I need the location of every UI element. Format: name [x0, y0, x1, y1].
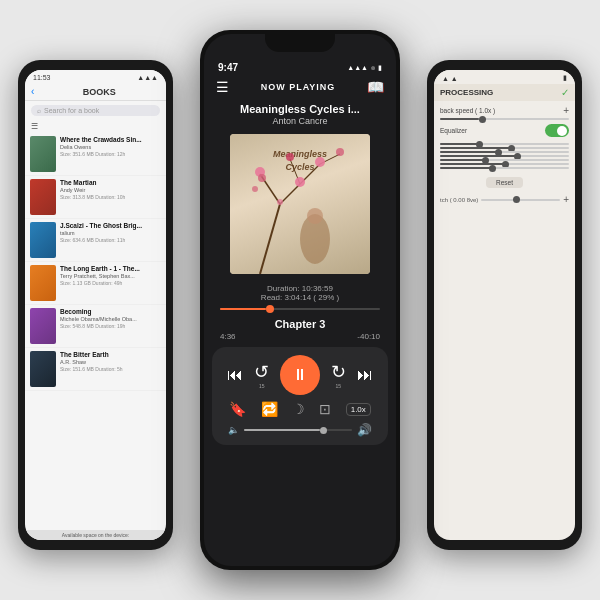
search-bar[interactable]: ⌕ Search for a book [31, 105, 160, 116]
album-art-inner: MeaninglessCycles [230, 134, 370, 274]
book-cover-art [30, 265, 56, 301]
speed-thumb [479, 116, 486, 123]
right-phone: ▲ ▲ ▮ PROCESSING ✓ back speed ( 1.0x ) +… [427, 60, 582, 550]
moon-button[interactable]: ☽ [292, 401, 305, 417]
book-meta: Size: 313.8 MB Duration: 10h [60, 194, 161, 200]
volume-thumb [320, 427, 327, 434]
book-info: J.Scalzi - The Ghost Brig... talium Size… [60, 222, 161, 243]
read-text: Read: 3:04:14 ( 29% ) [214, 293, 386, 302]
left-footer: Available space on the device: [25, 530, 166, 540]
right-status-bar: ▲ ▲ ▮ [434, 70, 575, 84]
hamburger-icon[interactable]: ☰ [31, 122, 38, 131]
eq-thumb-6 [489, 165, 496, 172]
eq-slider-row [440, 151, 569, 153]
book-title: Becoming [60, 308, 161, 316]
left-phone: 11:53 ▲▲▲ ‹ BOOKS ⌕ Search for a book ☰ … [18, 60, 173, 550]
list-item[interactable]: The Bitter Earth A.R. Shaw Size: 151.6 M… [25, 348, 166, 391]
back-icon[interactable]: ‹ [31, 86, 34, 97]
pitch-track[interactable] [481, 199, 560, 201]
playback-speed-label: back speed ( 1.0x ) [440, 107, 495, 114]
books-title: BOOKS [38, 87, 160, 97]
book-list: Where the Crawdads Sin... Delia Owens Si… [25, 133, 166, 391]
eq-slider-row [440, 163, 569, 165]
svg-point-12 [277, 199, 283, 205]
progress-fill [220, 308, 266, 310]
album-art-decoration [230, 134, 370, 274]
time-elapsed: 4:36 [220, 332, 236, 341]
list-item[interactable]: J.Scalzi - The Ghost Brig... talium Size… [25, 219, 166, 262]
list-item[interactable]: The Long Earth - 1 - The... Terry Pratch… [25, 262, 166, 305]
volume-track[interactable] [244, 429, 352, 431]
center-status-icons: ▲▲▲ ⌾ ▮ [347, 64, 382, 72]
center-book-title: Meaningless Cycles i... [204, 99, 396, 115]
reset-button[interactable]: Reset [486, 177, 523, 188]
svg-point-7 [258, 174, 266, 182]
book-meta: Size: 634.6 MB Duration: 11h [60, 237, 161, 243]
search-icon: ⌕ [37, 107, 41, 114]
eq-track-6[interactable] [440, 167, 569, 169]
equalizer-toggle[interactable] [545, 124, 569, 137]
battery-icon: ▮ [378, 64, 382, 72]
controls-background: ⏮ ↺ 15 ⏸ ↻ 15 ⏭ 🔖 🔁 ☽ ⊡ [212, 347, 388, 445]
right-battery-icon: ▮ [563, 74, 567, 82]
airplay-button[interactable]: ⊡ [319, 401, 331, 417]
chapter-label: Chapter 3 [204, 314, 396, 332]
left-time: 11:53 [33, 74, 51, 81]
svg-point-13 [252, 186, 258, 192]
left-status-bar: 11:53 ▲▲▲ [25, 70, 166, 83]
library-icon[interactable]: 📖 [367, 79, 384, 95]
eq-track-5[interactable] [440, 163, 569, 165]
list-item[interactable]: Where the Crawdads Sin... Delia Owens Si… [25, 133, 166, 176]
bookmark-button[interactable]: 🔖 [229, 401, 246, 417]
svg-point-8 [295, 177, 305, 187]
list-item[interactable]: Becoming Michele Obama/Michelle Oba... S… [25, 305, 166, 348]
skip-forward-button[interactable]: ⏭ [357, 366, 373, 384]
book-title: J.Scalzi - The Ghost Brig... [60, 222, 161, 230]
progress-thumb [266, 305, 274, 313]
secondary-controls: 🔖 🔁 ☽ ⊡ 1.0x [218, 395, 382, 417]
repeat-button[interactable]: 🔁 [261, 401, 278, 417]
playback-speed-row: back speed ( 1.0x ) + [434, 101, 575, 118]
skip-back-button[interactable]: ⏮ [227, 366, 243, 384]
eq-track-2[interactable] [440, 151, 569, 153]
speed-button[interactable]: 1.0x [346, 403, 371, 416]
eq-sliders [434, 139, 575, 173]
center-time: 9:47 [218, 62, 238, 73]
svg-point-11 [336, 148, 344, 156]
book-meta: Size: 1.13 GB Duration: 49h [60, 280, 161, 286]
eq-slider-row [440, 155, 569, 157]
left-header: ‹ BOOKS [25, 83, 166, 101]
speed-track[interactable] [440, 118, 569, 120]
rewind-button[interactable]: ↺ [254, 362, 269, 382]
list-item[interactable]: The Martian Andy Weir Size: 313.8 MB Dur… [25, 176, 166, 219]
forward-button[interactable]: ↻ [331, 362, 346, 382]
pitch-plus-icon[interactable]: + [563, 194, 569, 205]
check-icon[interactable]: ✓ [561, 87, 569, 98]
eq-slider-row [440, 167, 569, 169]
speed-plus-icon[interactable]: + [563, 105, 569, 116]
progress-track[interactable] [220, 308, 380, 310]
time-remaining: -40:10 [357, 332, 380, 341]
book-author: Andy Weir [60, 187, 161, 193]
rewind-wrap: ↺ 15 [254, 361, 269, 389]
svg-point-10 [315, 157, 325, 167]
eq-track-1[interactable] [440, 147, 569, 149]
book-meta: Size: 548.8 MB Duration: 19h [60, 323, 161, 329]
book-author: Delia Owens [60, 144, 161, 150]
center-nav: ☰ NOW PLAYING 📖 [204, 75, 396, 99]
book-cover-art [30, 351, 56, 387]
book-info: The Bitter Earth A.R. Shaw Size: 151.6 M… [60, 351, 161, 372]
book-meta: Size: 151.6 MB Duration: 5h [60, 366, 161, 372]
svg-point-9 [286, 153, 294, 161]
eq-track-3[interactable] [440, 155, 569, 157]
rewind-label: 15 [254, 383, 269, 389]
left-phone-screen: 11:53 ▲▲▲ ‹ BOOKS ⌕ Search for a book ☰ … [25, 70, 166, 540]
volume-low-icon: 🔈 [228, 425, 239, 435]
book-info: Becoming Michele Obama/Michelle Oba... S… [60, 308, 161, 329]
menu-icon[interactable]: ☰ [216, 79, 229, 95]
eq-track-0[interactable] [440, 143, 569, 145]
book-author: Terry Pratchett, Stephen Bax... [60, 273, 161, 279]
play-pause-button[interactable]: ⏸ [280, 355, 320, 395]
book-info: Where the Crawdads Sin... Delia Owens Si… [60, 136, 161, 157]
book-info: The Martian Andy Weir Size: 313.8 MB Dur… [60, 179, 161, 200]
